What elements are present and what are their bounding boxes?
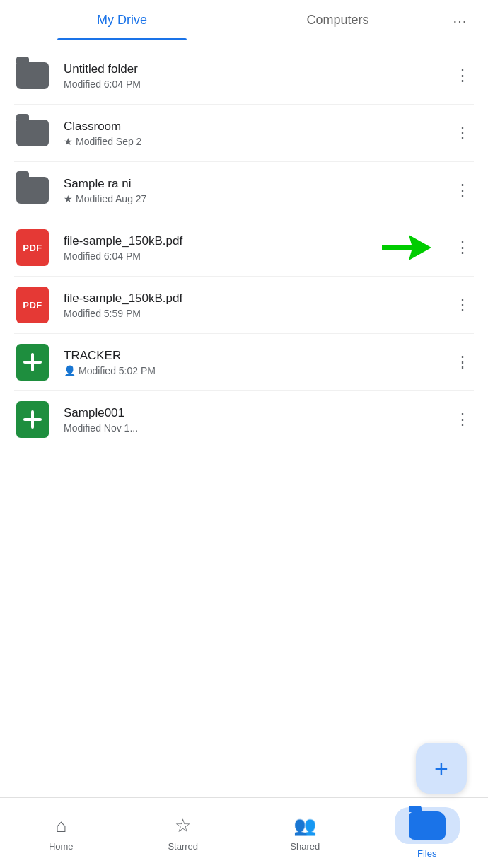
svg-marker-0 bbox=[382, 235, 431, 260]
more-options-button[interactable]: ⋮ bbox=[446, 405, 474, 434]
more-options-button[interactable]: ⋮ bbox=[446, 347, 474, 377]
more-options-button[interactable]: ⋮ bbox=[446, 118, 474, 148]
file-info: Untitled folder Modified 6:04 PM bbox=[64, 62, 446, 90]
file-name: TRACKER bbox=[64, 349, 446, 363]
tab-computers[interactable]: Computers bbox=[230, 0, 446, 40]
pdf-icon: PDF bbox=[16, 287, 49, 323]
list-item[interactable]: Sample001 Modified Nov 1... ⋮ bbox=[0, 391, 488, 448]
file-meta: Modified 6:04 PM bbox=[64, 79, 446, 90]
star-nav-icon: ☆ bbox=[175, 815, 191, 837]
file-name: Classroom bbox=[64, 120, 446, 134]
annotation-arrow bbox=[382, 235, 431, 260]
file-info: TRACKER 👤 Modified 5:02 PM bbox=[64, 349, 446, 376]
file-meta: Modified Nov 1... bbox=[64, 422, 446, 434]
file-icon-container: PDF bbox=[14, 229, 51, 266]
file-meta: ★ Modified Aug 27 bbox=[64, 193, 446, 204]
list-item[interactable]: PDF file-sample_150kB.pdf Modified 5:59 … bbox=[0, 277, 488, 333]
sheets-cross-icon bbox=[23, 353, 42, 371]
file-icon-container bbox=[14, 344, 51, 381]
file-name: Untitled folder bbox=[64, 62, 446, 76]
file-icon-container bbox=[14, 115, 51, 151]
more-options-button[interactable]: ⋮ bbox=[446, 233, 474, 262]
file-meta: ★ Modified Sep 2 bbox=[64, 136, 446, 147]
file-icon-container: PDF bbox=[14, 287, 51, 323]
bottom-nav: ⌂ Home ☆ Starred 👥 Shared Files bbox=[0, 797, 488, 868]
tab-my-drive[interactable]: My Drive bbox=[14, 0, 230, 40]
list-item[interactable]: Untitled folder Modified 6:04 PM ⋮ bbox=[0, 47, 488, 104]
nav-starred[interactable]: ☆ Starred bbox=[122, 809, 245, 857]
file-meta: Modified 5:59 PM bbox=[64, 308, 446, 319]
list-item[interactable]: Sample ra ni ★ Modified Aug 27 ⋮ bbox=[0, 162, 488, 219]
files-folder-icon bbox=[409, 811, 446, 840]
fab-add-button[interactable]: + bbox=[416, 743, 467, 794]
nav-files-bg bbox=[395, 807, 460, 844]
list-item[interactable]: TRACKER 👤 Modified 5:02 PM ⋮ bbox=[0, 334, 488, 390]
file-list: Untitled folder Modified 6:04 PM ⋮ Class… bbox=[0, 40, 488, 455]
file-icon-container bbox=[14, 401, 51, 438]
file-name: Sample001 bbox=[64, 406, 446, 420]
file-info: Sample001 Modified Nov 1... bbox=[64, 406, 446, 434]
tab-more-icon[interactable]: ⋯ bbox=[446, 0, 474, 40]
starred-indicator: ★ bbox=[64, 136, 73, 147]
file-info: file-sample_150kB.pdf Modified 5:59 PM bbox=[64, 291, 446, 319]
file-info: Sample ra ni ★ Modified Aug 27 bbox=[64, 177, 446, 204]
shared-indicator: 👤 bbox=[64, 365, 76, 376]
starred-indicator: ★ bbox=[64, 193, 73, 204]
nav-shared[interactable]: 👥 Shared bbox=[244, 809, 366, 857]
list-item[interactable]: Classroom ★ Modified Sep 2 ⋮ bbox=[0, 105, 488, 161]
pdf-icon: PDF bbox=[16, 229, 49, 266]
file-icon-container bbox=[14, 57, 51, 94]
more-options-button[interactable]: ⋮ bbox=[446, 61, 474, 91]
folder-icon bbox=[16, 177, 49, 204]
home-icon: ⌂ bbox=[55, 815, 66, 837]
folder-icon bbox=[16, 120, 49, 146]
more-options-button[interactable]: ⋮ bbox=[446, 175, 474, 205]
file-meta: 👤 Modified 5:02 PM bbox=[64, 365, 446, 376]
folder-icon bbox=[16, 62, 49, 89]
sheets-cross-icon bbox=[23, 410, 42, 429]
sheets-icon bbox=[16, 344, 49, 381]
shared-icon: 👥 bbox=[294, 815, 316, 837]
file-icon-container bbox=[14, 172, 51, 209]
more-options-button[interactable]: ⋮ bbox=[446, 290, 474, 320]
file-name: Sample ra ni bbox=[64, 177, 446, 191]
file-name: file-sample_150kB.pdf bbox=[64, 291, 446, 306]
list-item[interactable]: PDF file-sample_150kB.pdf Modified 6:04 … bbox=[0, 219, 488, 276]
fab-plus-icon: + bbox=[434, 756, 448, 780]
nav-home[interactable]: ⌂ Home bbox=[0, 809, 122, 857]
sheets-icon bbox=[16, 401, 49, 438]
nav-files[interactable]: Files bbox=[366, 802, 489, 864]
top-tabs: My Drive Computers ⋯ bbox=[0, 0, 488, 40]
file-info: Classroom ★ Modified Sep 2 bbox=[64, 120, 446, 147]
